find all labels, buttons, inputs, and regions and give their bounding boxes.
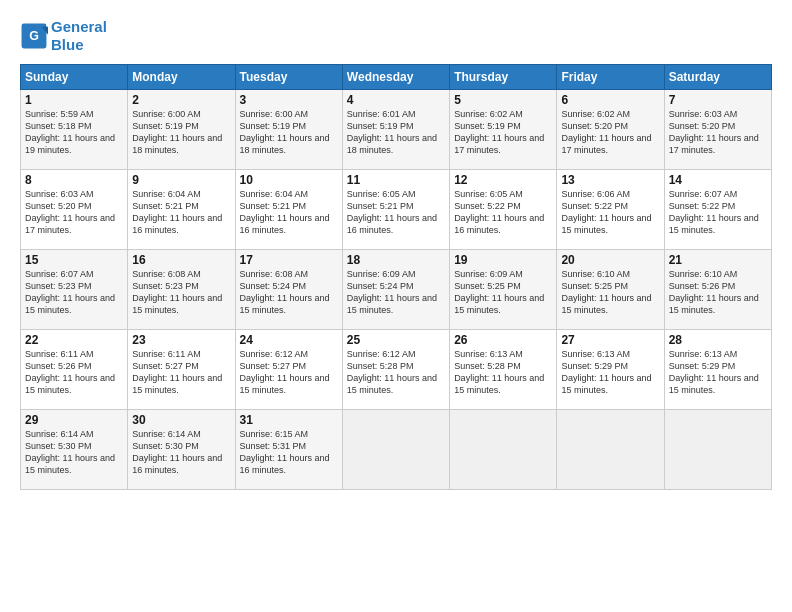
day-number: 26 [454, 333, 552, 347]
day-info: Sunrise: 6:13 AMSunset: 5:28 PMDaylight:… [454, 348, 552, 397]
day-number: 23 [132, 333, 230, 347]
day-number: 8 [25, 173, 123, 187]
day-number: 21 [669, 253, 767, 267]
logo-text: General Blue [51, 18, 107, 54]
week-row-2: 8Sunrise: 6:03 AMSunset: 5:20 PMDaylight… [21, 170, 772, 250]
day-info: Sunrise: 6:07 AMSunset: 5:23 PMDaylight:… [25, 268, 123, 317]
day-number: 10 [240, 173, 338, 187]
day-info: Sunrise: 6:05 AMSunset: 5:21 PMDaylight:… [347, 188, 445, 237]
calendar-cell: 13Sunrise: 6:06 AMSunset: 5:22 PMDayligh… [557, 170, 664, 250]
day-number: 22 [25, 333, 123, 347]
calendar-cell: 7Sunrise: 6:03 AMSunset: 5:20 PMDaylight… [664, 90, 771, 170]
day-number: 16 [132, 253, 230, 267]
day-info: Sunrise: 6:00 AMSunset: 5:19 PMDaylight:… [132, 108, 230, 157]
day-info: Sunrise: 6:05 AMSunset: 5:22 PMDaylight:… [454, 188, 552, 237]
day-number: 7 [669, 93, 767, 107]
weekday-header-friday: Friday [557, 65, 664, 90]
day-number: 29 [25, 413, 123, 427]
weekday-header-tuesday: Tuesday [235, 65, 342, 90]
day-info: Sunrise: 5:59 AMSunset: 5:18 PMDaylight:… [25, 108, 123, 157]
calendar-cell: 2Sunrise: 6:00 AMSunset: 5:19 PMDaylight… [128, 90, 235, 170]
day-info: Sunrise: 6:14 AMSunset: 5:30 PMDaylight:… [25, 428, 123, 477]
calendar-cell: 15Sunrise: 6:07 AMSunset: 5:23 PMDayligh… [21, 250, 128, 330]
day-number: 18 [347, 253, 445, 267]
day-number: 20 [561, 253, 659, 267]
day-info: Sunrise: 6:13 AMSunset: 5:29 PMDaylight:… [561, 348, 659, 397]
day-info: Sunrise: 6:13 AMSunset: 5:29 PMDaylight:… [669, 348, 767, 397]
logo: G General Blue [20, 18, 107, 54]
calendar-cell [342, 410, 449, 490]
day-info: Sunrise: 6:04 AMSunset: 5:21 PMDaylight:… [132, 188, 230, 237]
calendar-cell: 22Sunrise: 6:11 AMSunset: 5:26 PMDayligh… [21, 330, 128, 410]
calendar-cell: 18Sunrise: 6:09 AMSunset: 5:24 PMDayligh… [342, 250, 449, 330]
day-number: 25 [347, 333, 445, 347]
weekday-header-monday: Monday [128, 65, 235, 90]
day-number: 1 [25, 93, 123, 107]
calendar-cell: 9Sunrise: 6:04 AMSunset: 5:21 PMDaylight… [128, 170, 235, 250]
day-info: Sunrise: 6:14 AMSunset: 5:30 PMDaylight:… [132, 428, 230, 477]
week-row-3: 15Sunrise: 6:07 AMSunset: 5:23 PMDayligh… [21, 250, 772, 330]
calendar-cell: 17Sunrise: 6:08 AMSunset: 5:24 PMDayligh… [235, 250, 342, 330]
day-info: Sunrise: 6:07 AMSunset: 5:22 PMDaylight:… [669, 188, 767, 237]
day-number: 17 [240, 253, 338, 267]
day-info: Sunrise: 6:03 AMSunset: 5:20 PMDaylight:… [25, 188, 123, 237]
weekday-header-sunday: Sunday [21, 65, 128, 90]
day-number: 28 [669, 333, 767, 347]
calendar-cell: 23Sunrise: 6:11 AMSunset: 5:27 PMDayligh… [128, 330, 235, 410]
day-number: 6 [561, 93, 659, 107]
calendar-cell: 5Sunrise: 6:02 AMSunset: 5:19 PMDaylight… [450, 90, 557, 170]
calendar-cell: 10Sunrise: 6:04 AMSunset: 5:21 PMDayligh… [235, 170, 342, 250]
calendar-cell: 20Sunrise: 6:10 AMSunset: 5:25 PMDayligh… [557, 250, 664, 330]
weekday-header-wednesday: Wednesday [342, 65, 449, 90]
day-number: 24 [240, 333, 338, 347]
day-number: 2 [132, 93, 230, 107]
day-number: 31 [240, 413, 338, 427]
calendar-cell: 27Sunrise: 6:13 AMSunset: 5:29 PMDayligh… [557, 330, 664, 410]
calendar-cell: 16Sunrise: 6:08 AMSunset: 5:23 PMDayligh… [128, 250, 235, 330]
day-number: 19 [454, 253, 552, 267]
calendar-cell: 24Sunrise: 6:12 AMSunset: 5:27 PMDayligh… [235, 330, 342, 410]
calendar-cell: 29Sunrise: 6:14 AMSunset: 5:30 PMDayligh… [21, 410, 128, 490]
svg-text:G: G [29, 29, 39, 43]
day-info: Sunrise: 6:04 AMSunset: 5:21 PMDaylight:… [240, 188, 338, 237]
day-info: Sunrise: 6:11 AMSunset: 5:26 PMDaylight:… [25, 348, 123, 397]
calendar-cell: 30Sunrise: 6:14 AMSunset: 5:30 PMDayligh… [128, 410, 235, 490]
day-number: 3 [240, 93, 338, 107]
day-number: 14 [669, 173, 767, 187]
day-number: 13 [561, 173, 659, 187]
weekday-header-thursday: Thursday [450, 65, 557, 90]
day-info: Sunrise: 6:01 AMSunset: 5:19 PMDaylight:… [347, 108, 445, 157]
day-number: 4 [347, 93, 445, 107]
day-info: Sunrise: 6:02 AMSunset: 5:19 PMDaylight:… [454, 108, 552, 157]
day-info: Sunrise: 6:10 AMSunset: 5:25 PMDaylight:… [561, 268, 659, 317]
calendar-cell: 12Sunrise: 6:05 AMSunset: 5:22 PMDayligh… [450, 170, 557, 250]
calendar-cell: 19Sunrise: 6:09 AMSunset: 5:25 PMDayligh… [450, 250, 557, 330]
week-row-5: 29Sunrise: 6:14 AMSunset: 5:30 PMDayligh… [21, 410, 772, 490]
day-info: Sunrise: 6:08 AMSunset: 5:23 PMDaylight:… [132, 268, 230, 317]
calendar-cell: 1Sunrise: 5:59 AMSunset: 5:18 PMDaylight… [21, 90, 128, 170]
calendar-page: G General Blue SundayMondayTuesdayWednes… [0, 0, 792, 612]
day-info: Sunrise: 6:03 AMSunset: 5:20 PMDaylight:… [669, 108, 767, 157]
day-number: 9 [132, 173, 230, 187]
day-info: Sunrise: 6:00 AMSunset: 5:19 PMDaylight:… [240, 108, 338, 157]
calendar-cell: 3Sunrise: 6:00 AMSunset: 5:19 PMDaylight… [235, 90, 342, 170]
day-info: Sunrise: 6:12 AMSunset: 5:28 PMDaylight:… [347, 348, 445, 397]
calendar-cell [664, 410, 771, 490]
calendar-cell: 25Sunrise: 6:12 AMSunset: 5:28 PMDayligh… [342, 330, 449, 410]
calendar-cell: 28Sunrise: 6:13 AMSunset: 5:29 PMDayligh… [664, 330, 771, 410]
calendar-cell: 26Sunrise: 6:13 AMSunset: 5:28 PMDayligh… [450, 330, 557, 410]
day-info: Sunrise: 6:06 AMSunset: 5:22 PMDaylight:… [561, 188, 659, 237]
calendar-cell: 11Sunrise: 6:05 AMSunset: 5:21 PMDayligh… [342, 170, 449, 250]
week-row-1: 1Sunrise: 5:59 AMSunset: 5:18 PMDaylight… [21, 90, 772, 170]
day-info: Sunrise: 6:02 AMSunset: 5:20 PMDaylight:… [561, 108, 659, 157]
day-info: Sunrise: 6:15 AMSunset: 5:31 PMDaylight:… [240, 428, 338, 477]
day-info: Sunrise: 6:12 AMSunset: 5:27 PMDaylight:… [240, 348, 338, 397]
day-info: Sunrise: 6:10 AMSunset: 5:26 PMDaylight:… [669, 268, 767, 317]
calendar-cell: 6Sunrise: 6:02 AMSunset: 5:20 PMDaylight… [557, 90, 664, 170]
calendar-cell: 21Sunrise: 6:10 AMSunset: 5:26 PMDayligh… [664, 250, 771, 330]
calendar-cell: 8Sunrise: 6:03 AMSunset: 5:20 PMDaylight… [21, 170, 128, 250]
calendar-cell: 31Sunrise: 6:15 AMSunset: 5:31 PMDayligh… [235, 410, 342, 490]
day-info: Sunrise: 6:09 AMSunset: 5:24 PMDaylight:… [347, 268, 445, 317]
day-info: Sunrise: 6:08 AMSunset: 5:24 PMDaylight:… [240, 268, 338, 317]
calendar-cell [450, 410, 557, 490]
